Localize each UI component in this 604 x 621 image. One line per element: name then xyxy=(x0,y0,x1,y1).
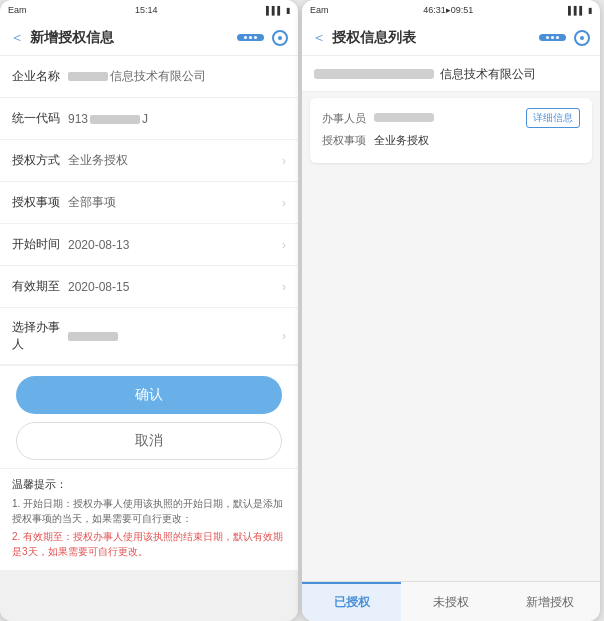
arrow-authitem: › xyxy=(282,196,286,210)
cancel-button[interactable]: 取消 xyxy=(16,422,282,460)
dot3 xyxy=(254,36,257,39)
agent-value xyxy=(374,112,526,124)
dot1 xyxy=(244,36,247,39)
target-icon-2[interactable] xyxy=(574,30,590,46)
signal-icon-2: ▌▌▌ xyxy=(568,6,585,15)
target-icon-1[interactable] xyxy=(272,30,288,46)
nav-icons-1 xyxy=(237,30,288,46)
tab-add-auth-label: 新增授权 xyxy=(526,594,574,611)
tab-unauthorized[interactable]: 未授权 xyxy=(401,582,500,621)
status-right-1: ▌▌▌ ▮ xyxy=(266,6,290,15)
dot5 xyxy=(551,36,554,39)
form-row-company: 企业名称 信息技术有限公司 xyxy=(0,56,298,98)
company-name-blurred-2: 信息技术有限公司 xyxy=(314,64,536,81)
value-endtime: 2020-08-15 xyxy=(68,280,282,294)
list-item-card: 办事人员 详细信息 授权事项 全业务授权 xyxy=(310,98,592,163)
form-row-authtype[interactable]: 授权方式 全业务授权 › xyxy=(0,140,298,182)
phone1: Eam 15:14 ▌▌▌ ▮ ＜ 新增授权信息 企业名称 xyxy=(0,0,298,621)
tab-add-auth[interactable]: 新增授权 xyxy=(501,582,600,621)
tips-title: 温馨提示： xyxy=(12,477,286,492)
label-starttime: 开始时间 xyxy=(12,236,68,253)
dot6 xyxy=(556,36,559,39)
label-authtype: 授权方式 xyxy=(12,152,68,169)
form-row-endtime[interactable]: 有效期至 2020-08-15 › xyxy=(0,266,298,308)
arrow-starttime: › xyxy=(282,238,286,252)
value-company: 信息技术有限公司 xyxy=(68,68,286,85)
value-authtype: 全业务授权 xyxy=(68,152,282,169)
auth-row: 授权事项 全业务授权 xyxy=(322,133,580,148)
confirm-button[interactable]: 确认 xyxy=(16,376,282,414)
agent-row: 办事人员 详细信息 xyxy=(322,108,580,128)
nav-bar-2: ＜ 授权信息列表 xyxy=(302,20,600,56)
tab-authorized-label: 已授权 xyxy=(334,594,370,611)
tab-authorized[interactable]: 已授权 xyxy=(302,582,401,621)
form-row-agent[interactable]: 选择办事人 › xyxy=(0,308,298,365)
battery-icon-2: ▮ xyxy=(588,6,592,15)
arrow-endtime: › xyxy=(282,280,286,294)
detail-button[interactable]: 详细信息 xyxy=(526,108,580,128)
bottom-tabs: 已授权 未授权 新增授权 xyxy=(302,581,600,621)
status-right-2: ▌▌▌ ▮ xyxy=(568,6,592,15)
label-endtime: 有效期至 xyxy=(12,278,68,295)
status-bar-1: Eam 15:14 ▌▌▌ ▮ xyxy=(0,0,298,20)
content-area-1: 企业名称 信息技术有限公司 统一代码 913J 授权方式 全业务授权 › 授权事… xyxy=(0,56,298,621)
tips-section: 温馨提示： 1. 开始日期：授权办事人使用该执照的开始日期，默认是添加授权事项的… xyxy=(0,469,298,570)
page-title-1: 新增授权信息 xyxy=(30,29,237,47)
battery-icon-1: ▮ xyxy=(286,6,290,15)
arrow-authtype: › xyxy=(282,154,286,168)
phone2: Eam 46:31▸09:51 ▌▌▌ ▮ ＜ 授权信息列表 信息技术有限公司 xyxy=(302,0,600,621)
auth-item-label: 授权事项 xyxy=(322,133,374,148)
value-starttime: 2020-08-13 xyxy=(68,238,282,252)
status-time-1: 15:14 xyxy=(135,5,158,15)
blur-company xyxy=(68,72,108,81)
nav-bar-1: ＜ 新增授权信息 xyxy=(0,20,298,56)
tips-item-2: 2. 有效期至：授权办事人使用该执照的结束日期，默认有效期是3天，如果需要可自行… xyxy=(12,529,286,559)
back-button-1[interactable]: ＜ xyxy=(10,29,24,47)
form-row-code: 统一代码 913J xyxy=(0,98,298,140)
form-row-authitem[interactable]: 授权事项 全部事项 › xyxy=(0,182,298,224)
agent-label: 办事人员 xyxy=(322,111,374,126)
arrow-agent: › xyxy=(282,329,286,343)
auth-item-value: 全业务授权 xyxy=(374,133,580,148)
value-code: 913J xyxy=(68,112,286,126)
company-suffix-2: 信息技术有限公司 xyxy=(440,67,536,81)
label-agent: 选择办事人 xyxy=(12,319,68,353)
form-section-1: 企业名称 信息技术有限公司 统一代码 913J 授权方式 全业务授权 › 授权事… xyxy=(0,56,298,365)
carrier-text-1: Eam xyxy=(8,5,27,15)
tips-item-1: 1. 开始日期：授权办事人使用该执照的开始日期，默认是添加授权事项的当天，如果需… xyxy=(12,496,286,526)
label-code: 统一代码 xyxy=(12,110,68,127)
label-company: 企业名称 xyxy=(12,68,68,85)
tab-unauthorized-label: 未授权 xyxy=(433,594,469,611)
more-button-1[interactable] xyxy=(237,34,264,41)
dot4 xyxy=(546,36,549,39)
form-row-starttime[interactable]: 开始时间 2020-08-13 › xyxy=(0,224,298,266)
buttons-section: 确认 取消 xyxy=(0,366,298,468)
dot2 xyxy=(249,36,252,39)
value-authitem: 全部事项 xyxy=(68,194,282,211)
page-title-2: 授权信息列表 xyxy=(332,29,539,47)
status-bar-2: Eam 46:31▸09:51 ▌▌▌ ▮ xyxy=(302,0,600,20)
carrier-text-2: Eam xyxy=(310,5,329,15)
label-authitem: 授权事项 xyxy=(12,194,68,211)
nav-icons-2 xyxy=(539,30,590,46)
back-button-2[interactable]: ＜ xyxy=(312,29,326,47)
blur-agent-2 xyxy=(374,113,434,122)
status-left-1: Eam xyxy=(8,5,27,15)
signal-icon-1: ▌▌▌ xyxy=(266,6,283,15)
status-left-2: Eam xyxy=(310,5,329,15)
company-header: 信息技术有限公司 xyxy=(302,56,600,92)
blur-code xyxy=(90,115,140,124)
spacer xyxy=(302,169,600,581)
value-agent xyxy=(68,329,282,343)
blur-agent xyxy=(68,332,118,341)
blur-company-2 xyxy=(314,69,434,79)
status-time-2: 46:31▸09:51 xyxy=(423,5,473,15)
more-button-2[interactable] xyxy=(539,34,566,41)
